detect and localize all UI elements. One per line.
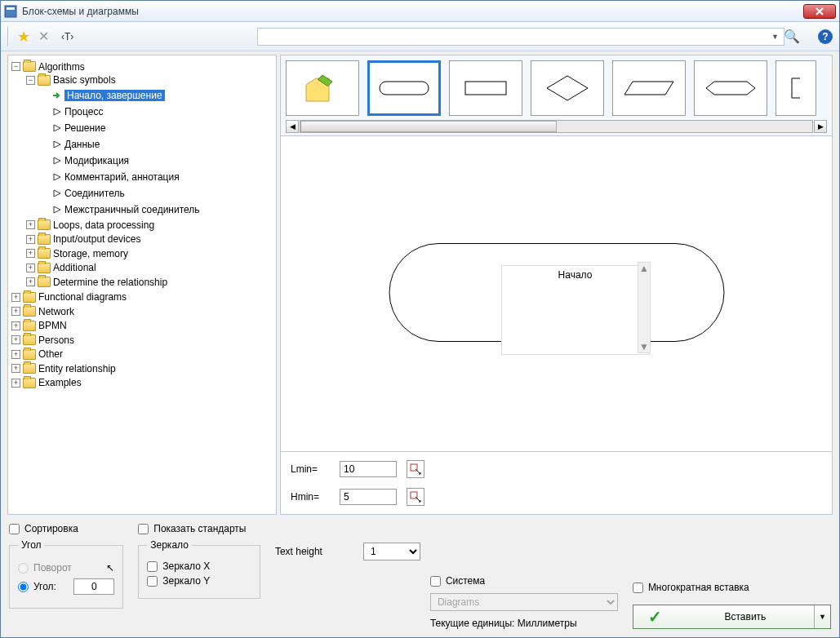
folder-icon (38, 219, 51, 230)
arrow-icon (52, 205, 62, 215)
folder-icon (38, 75, 51, 86)
scroll-left-icon[interactable]: ◀ (286, 120, 299, 133)
mirror-x-checkbox[interactable]: Зеркало X (147, 560, 251, 572)
tree-label: Модификация (64, 155, 129, 166)
tree-label: Persons (38, 335, 74, 346)
tree-item[interactable]: Процесс (41, 106, 103, 117)
tree-item[interactable]: Решение (41, 122, 105, 134)
text-height-label: Text height (275, 546, 322, 557)
rotate-radio[interactable] (18, 563, 29, 574)
insert-button[interactable]: ✓ Вставить ▼ (633, 605, 831, 629)
cursor-icon: ↖ (106, 562, 114, 574)
lmin-pick-button[interactable] (407, 460, 424, 478)
tree-item[interactable]: Данные (41, 139, 100, 150)
tree-node[interactable]: +BPMN (11, 320, 67, 331)
tree-node[interactable]: +Persons (11, 335, 74, 346)
tree-item[interactable]: Модификация (41, 155, 129, 166)
mirror-y-checkbox[interactable]: Зеркало Y (147, 575, 251, 587)
dialog-window: Блок-схемы и диаграммы ★ ✕ ‹T› ▼ 🔍 ? −Al… (0, 0, 840, 638)
angle-label: Угол: (33, 581, 56, 592)
insert-dropdown-icon[interactable]: ▼ (814, 605, 830, 628)
tree-node[interactable]: +Storage, memory (26, 248, 128, 259)
tree-label: Additional (53, 262, 96, 273)
angle-radio[interactable] (18, 582, 29, 592)
app-icon (4, 5, 17, 18)
multi-insert-checkbox[interactable]: Многократная вставка (633, 582, 831, 593)
scroll-thumb[interactable] (300, 121, 557, 132)
folder-icon (38, 248, 51, 259)
thumb-terminator[interactable] (367, 60, 441, 116)
body: −Algorithms −Basic symbols Начало, завер… (1, 51, 839, 518)
toolbar: ★ ✕ ‹T› ▼ 🔍 ? (1, 22, 839, 51)
tree-label: Other (38, 348, 63, 360)
thumb-scrollbar[interactable]: ◀ ▶ (286, 119, 827, 134)
close-button[interactable] (803, 4, 836, 19)
thumb-data[interactable] (612, 60, 686, 116)
sort-checkbox[interactable]: Сортировка (9, 523, 123, 534)
tree-label: Данные (64, 139, 100, 150)
delete-icon[interactable]: ✕ (38, 29, 49, 44)
thumb-process[interactable] (449, 60, 522, 116)
tree-node[interactable]: +Entity relationship (11, 363, 116, 374)
folder-icon (23, 378, 36, 388)
folder-icon (23, 363, 36, 374)
scroll-track[interactable] (300, 120, 813, 133)
arrow-icon (52, 140, 62, 149)
mirror-y-label: Зеркало Y (162, 575, 210, 587)
search-icon[interactable]: 🔍 (784, 29, 800, 44)
tree-node-basic-symbols[interactable]: −Basic symbols (26, 74, 116, 86)
arrow-icon (52, 172, 62, 182)
thumb-annotation[interactable] (776, 60, 816, 116)
mirror-x-label: Зеркало X (162, 560, 210, 572)
tree-node[interactable]: +Examples (11, 377, 82, 388)
hmin-pick-button[interactable] (407, 488, 424, 506)
symbol-tree[interactable]: −Algorithms −Basic symbols Начало, завер… (10, 59, 274, 389)
tree-panel: −Algorithms −Basic symbols Начало, завер… (7, 55, 277, 515)
titlebar: Блок-схемы и диаграммы (1, 1, 839, 22)
tree-label: Loops, data processing (53, 219, 154, 231)
tree-item[interactable]: Межстраничный соединитель (41, 204, 200, 215)
thumb-category[interactable] (286, 60, 359, 116)
tree-node[interactable]: +Determine the relationship (26, 277, 167, 288)
close-icon (816, 7, 824, 16)
tree-label: Algorithms (38, 61, 85, 73)
tree-node[interactable]: +Other (11, 348, 63, 360)
search-input[interactable] (257, 28, 784, 46)
label-scrollbar[interactable]: ▲▼ (638, 262, 651, 353)
text-height-select[interactable]: 1 (363, 543, 420, 560)
help-button[interactable]: ? (818, 29, 833, 44)
standards-checkbox[interactable]: Показать стандарты (138, 523, 260, 534)
tree-item[interactable]: Комментарий, аннотация (41, 171, 180, 183)
tree-node[interactable]: +Input/output devices (26, 233, 140, 245)
system-checkbox[interactable]: Система (430, 575, 618, 587)
system-select: Diagrams (430, 593, 618, 611)
footer: Сортировка Угол Поворот ↖ Угол: Показать… (1, 518, 839, 637)
tree-item[interactable]: Начало, завершение (41, 90, 165, 101)
thumb-decision[interactable] (531, 60, 604, 116)
text-mode-button[interactable]: ‹T› (57, 29, 78, 45)
tree-node[interactable]: +Functional diagrams (11, 291, 127, 303)
lmin-input[interactable] (340, 461, 397, 477)
star-icon[interactable]: ★ (17, 28, 30, 46)
tree-label: BPMN (38, 320, 67, 331)
shape-label-input[interactable]: Начало (502, 266, 649, 354)
hmin-label: Hmin= (291, 491, 330, 503)
tree-node[interactable]: +Loops, data processing (26, 219, 154, 231)
thumb-preparation[interactable] (694, 60, 767, 116)
mirror-fieldset: Зеркало Зеркало X Зеркало Y (138, 539, 260, 599)
tree-node[interactable]: +Network (11, 306, 74, 317)
tree-label: Basic symbols (53, 74, 116, 86)
angle-input[interactable] (73, 578, 114, 595)
multi-label: Многократная вставка (648, 582, 749, 593)
lmin-row: Lmin= (291, 460, 822, 478)
folder-icon (38, 277, 51, 287)
search-dropdown-icon[interactable]: ▼ (771, 33, 779, 41)
check-icon: ✓ (648, 607, 662, 627)
hmin-input[interactable] (340, 489, 397, 505)
hmin-row: Hmin= (291, 488, 822, 506)
params-panel: Lmin= Hmin= (280, 452, 833, 515)
tree-node[interactable]: +Additional (26, 262, 96, 273)
tree-item[interactable]: Соединитель (41, 188, 125, 199)
tree-node-algorithms[interactable]: −Algorithms (11, 61, 85, 73)
scroll-right-icon[interactable]: ▶ (814, 120, 827, 133)
